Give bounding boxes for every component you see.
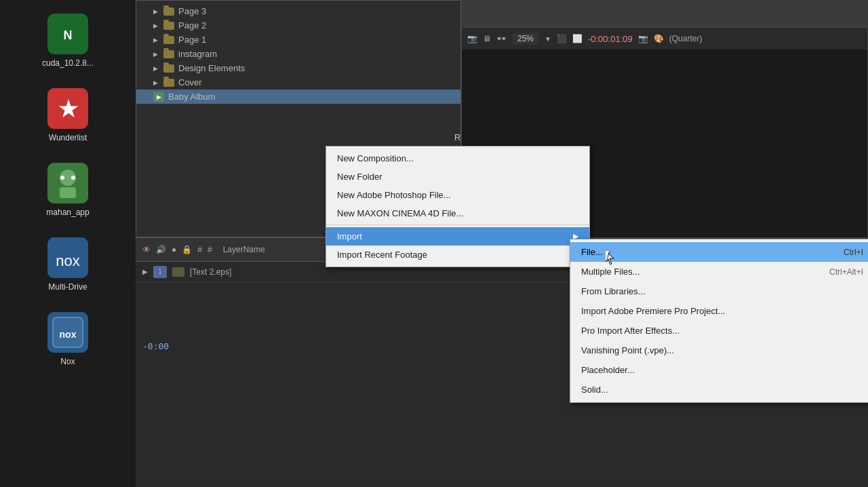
timeline-dot: ● [172,245,176,254]
wunderlist-label: Wunderlist [49,133,87,142]
viewer-quality-label: (Quarter) [669,34,703,43]
viewer-monitor-icon: 🖥 [483,34,491,43]
timeline-lock-icon: 🔒 [182,245,192,254]
nox-icon: nox [47,312,88,353]
submenu-item-multiple-files[interactable]: Multiple Files... Ctrl+Alt+I [570,262,868,281]
menu-item-new-composition[interactable]: New Composition... [326,149,589,168]
layer-name-header: LayerName [223,245,265,254]
folder-icon [163,79,174,87]
tree-item-baby-album[interactable]: ▶ Baby Album [136,90,460,104]
mahan-label: mahan_app [46,208,89,217]
submenu-item-placeholder[interactable]: Placeholder... [570,360,868,380]
tree-item-page2[interactable]: ▶ Page 2 [136,18,460,33]
svg-text:nox: nox [56,252,79,269]
timeline-tag-icon: # [197,245,202,254]
zoom-dropdown-icon[interactable]: ▼ [545,35,551,43]
folder-icon [163,36,174,44]
folder-icon [163,50,174,58]
menu-separator [326,225,589,225]
context-menu: New Composition... New Folder New Adobe … [326,146,590,267]
folder-icon [163,64,174,73]
desktop-icon-multidrive[interactable]: nox Multi-Drive [47,237,88,292]
svg-text:N: N [64,28,73,42]
timeline-hash: # [208,245,212,254]
desktop-icon-nox[interactable]: nox Nox [47,312,88,366]
viewer-snapshot-icon: ⬛ [557,34,567,43]
tree-item-cover[interactable]: ▶ Cover [136,75,460,90]
menu-item-import[interactable]: Import ▶ [326,227,589,246]
folder-icon [163,22,174,30]
svg-point-7 [60,176,64,180]
svg-rect-6 [60,187,76,198]
nox-label: Nox [60,357,75,366]
viewer-quality-icon: 🎨 [654,34,664,43]
ae-application: ▶ Page 3 ▶ Page 2 ▶ Page 1 ▶ instagram ▶ [136,0,868,487]
tree-item-instagram[interactable]: ▶ instagram [136,47,460,61]
svg-text:nox: nox [60,329,77,340]
mahan-icon [47,163,88,203]
tree-item-page3[interactable]: ▶ Page 3 [136,4,460,18]
viewer-crop-icon: ⬜ [572,34,583,43]
submenu-item-pro-import[interactable]: Pro Import After Effects... [570,321,868,340]
desktop-icon-cuda[interactable]: N cuda_10.2.8... [42,14,94,68]
desktop-icon-wunderlist[interactable]: ★ Wunderlist [47,88,88,142]
wunderlist-icon: ★ [47,88,88,129]
submenu-item-vanishing-point[interactable]: Vanishing Point (.vpe)... [570,340,868,360]
tree-item-page1[interactable]: ▶ Page 1 [136,33,460,47]
comp-icon: ▶ [153,92,164,102]
timeline-timecode-display: -0:00 [142,341,169,351]
submenu-item-premiere-pro[interactable]: Import Adobe Premiere Pro Project... [570,301,868,321]
layer-number-badge: 1 [153,266,167,278]
viewer-timecode: -0:00:01:09 [588,34,633,44]
multidrive-icon: nox [47,237,88,278]
menu-item-new-cinema4d[interactable]: New MAXON CINEMA 4D File... [326,204,589,222]
timeline-audio-icon: 🔊 [156,245,166,254]
cuda-icon: N [47,14,88,54]
menu-item-import-recent[interactable]: Import Recent Footage ▶ [326,246,589,264]
layer-name: [Text 2.eps] [190,267,231,277]
multidrive-label: Multi-Drive [48,282,87,292]
desktop-icon-mahan[interactable]: mahan_app [46,163,89,217]
svg-text:★: ★ [58,97,79,121]
import-submenu: File... Ctrl+I Multiple Files... Ctrl+Al… [570,239,868,403]
submenu-item-solid[interactable]: Solid... [570,380,868,400]
cuda-label: cuda_10.2.8... [42,58,94,68]
tree-item-design-elements[interactable]: ▶ Design Elements [136,61,460,75]
submenu-item-from-libraries[interactable]: From Libraries... [570,281,868,301]
layer-type-icon [172,267,184,277]
menu-item-new-folder[interactable]: New Folder [326,168,589,186]
viewer-vr-icon: 👓 [496,34,507,43]
svg-point-8 [71,176,75,180]
submenu-item-file[interactable]: File... Ctrl+I [570,242,868,262]
viewer-camera-icon: 📷 [638,34,648,43]
viewer-toolbar: 📷 🖥 👓 25% ▼ ⬛ ⬜ -0:00:01:09 📷 🎨 (Quarter… [462,28,867,50]
desktop-sidebar: N cuda_10.2.8... ★ Wunderlist mahan_app [0,0,136,487]
menu-item-new-photoshop[interactable]: New Adobe Photoshop File... [326,186,589,204]
timeline-eye-icon: 👁 [142,245,151,254]
layer-expand-icon[interactable]: ▶ [142,268,148,275]
zoom-display[interactable]: 25% [512,33,539,45]
project-tree: ▶ Page 3 ▶ Page 2 ▶ Page 1 ▶ instagram ▶ [136,1,460,107]
viewer-icon: 📷 [467,34,477,43]
folder-icon [163,7,174,16]
